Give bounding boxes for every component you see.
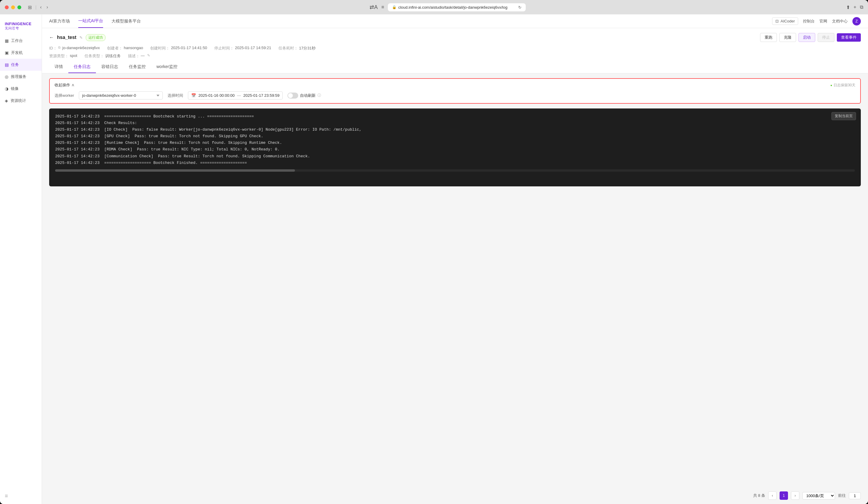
sidebar-item-resources[interactable]: ◈ 资源统计	[0, 95, 42, 107]
sidebar-item-workbench[interactable]: ▦ 工作台	[0, 35, 42, 47]
filter-toggle[interactable]: 收起操作 ∧	[54, 82, 75, 88]
edit-desc-icon[interactable]: ✎	[147, 53, 150, 59]
start-button[interactable]: 启动	[798, 33, 815, 42]
topnav-official[interactable]: 官网	[819, 19, 827, 24]
copy-button[interactable]: 复制当前页	[831, 112, 856, 120]
auto-refresh: 自动刷新 ⓘ	[287, 93, 321, 98]
filter-toggle-label: 收起操作 ∧	[54, 82, 75, 88]
edit-icon[interactable]: ✎	[80, 35, 83, 40]
maximize-button[interactable]	[17, 6, 21, 9]
logo: INFINIGENCE 无问芯穹	[0, 17, 42, 35]
address-bar[interactable]: 🔒 cloud.infini-ai.com/aistudio/task/deta…	[388, 3, 526, 11]
top-navigation: AI算力市场 一站式AI平台 大模型服务平台 ⊡ AICoder 控制台 官网 …	[42, 14, 868, 28]
scrollbar-track[interactable]	[55, 169, 855, 172]
time-range[interactable]: 📅 2025-01-16 00:00:00 — 2025-01-17 23:59…	[188, 91, 283, 99]
forward-button[interactable]: ›	[45, 3, 49, 11]
current-page-button[interactable]: 1	[779, 491, 788, 500]
close-button[interactable]	[5, 6, 9, 9]
auto-refresh-info-icon: ⓘ	[318, 93, 321, 98]
auto-refresh-toggle[interactable]	[287, 93, 298, 98]
url-text: cloud.infini-ai.com/aistudio/task/detail…	[398, 5, 507, 10]
logo-main: INFINIGENCE	[5, 22, 37, 26]
topnav-item-llm[interactable]: 大模型服务平台	[112, 15, 141, 28]
sidebar-item-label: 任务	[11, 62, 19, 67]
page-header: ← hsa_test ✎ 运行成功 重跑 克隆 启动 停止 查看事件 ID：	[42, 28, 868, 73]
sidebar-item-devmachine[interactable]: ▣ 开发机	[0, 47, 42, 59]
tab-faultlog[interactable]: 容错日志	[96, 61, 124, 73]
tasks-icon: ▤	[5, 62, 9, 67]
tab-tasklog[interactable]: 任务日志	[68, 61, 96, 73]
log-line: 2025-01-17 14:42:23 ====================…	[55, 113, 855, 120]
log-line: 2025-01-17 14:42:23 ====================…	[55, 160, 855, 166]
logo-sub: 无问芯穹	[5, 26, 37, 31]
sidebar-item-label: 开发机	[11, 50, 23, 55]
retention-label: 日志保留30天	[834, 83, 855, 88]
dot-icon: ●	[830, 84, 832, 87]
tabs-row: 详情 任务日志 容错日志 任务监控 worker监控	[49, 61, 861, 73]
topnav-item-aistudio[interactable]: 一站式AI平台	[78, 15, 103, 28]
resources-icon: ◈	[5, 98, 8, 103]
sidebar-toggle-button[interactable]: ⊞	[27, 3, 33, 11]
share-icon[interactable]: ⬆	[846, 4, 850, 10]
topnav-docs[interactable]: 文档中心	[832, 19, 848, 24]
log-line: 2025-01-17 14:42:23 [Runtime Check] Pass…	[55, 140, 855, 146]
calendar-icon: 📅	[191, 93, 196, 98]
aicoder-button[interactable]: ⊡ AICoder	[772, 17, 798, 25]
time-start: 2025-01-16 00:00:00	[198, 93, 235, 98]
menu-icon[interactable]: ≡	[0, 488, 42, 504]
aicoder-icon: ⊡	[775, 19, 779, 23]
goto-input[interactable]	[849, 492, 861, 499]
inference-icon: ◎	[5, 74, 8, 79]
tabs-icon[interactable]: ⧉	[860, 4, 863, 10]
sidebar-item-mirror[interactable]: ◑ 镜像	[0, 83, 42, 95]
aicoder-label: AICoder	[781, 19, 795, 23]
devmachine-icon: ▣	[5, 50, 9, 55]
per-page-select[interactable]: 1000条/页	[802, 492, 835, 500]
log-retention: ● 日志保留30天	[830, 83, 855, 88]
time-end: 2025-01-17 23:59:59	[244, 93, 280, 98]
minimize-button[interactable]	[11, 6, 15, 9]
sidebar-item-tasks[interactable]: ▤ 任务	[0, 59, 42, 71]
time-separator: —	[237, 93, 241, 98]
topnav-control[interactable]: 控制台	[803, 19, 815, 24]
meta-duration: 任务耗时： 17分31秒	[278, 45, 316, 51]
total-count: 共 8 条	[753, 493, 765, 498]
reader-icon: ≡	[381, 4, 384, 10]
log-area: 收起操作 ∧ ● 日志保留30天 选择worker jo-danwpnk6eze…	[42, 73, 868, 487]
clone-button[interactable]: 克隆	[779, 33, 796, 42]
tab-taskmonitor[interactable]: 任务监控	[124, 61, 151, 73]
tab-workermonitor[interactable]: worker监控	[151, 61, 183, 73]
sidebar-item-inference[interactable]: ◎ 推理服务	[0, 71, 42, 83]
sidebar-item-label: 镜像	[11, 86, 19, 91]
view-events-button[interactable]: 查看事件	[837, 33, 861, 42]
scrollbar-thumb	[55, 169, 295, 172]
back-arrow[interactable]: ←	[49, 35, 54, 40]
worker-label: 选择worker	[54, 93, 74, 98]
workbench-icon: ▦	[5, 38, 9, 43]
rerun-button[interactable]: 重跑	[760, 33, 777, 42]
user-avatar[interactable]: Z	[852, 17, 861, 25]
refresh-icon: ↻	[518, 5, 521, 10]
log-lines-container: 2025-01-17 14:42:23 ====================…	[55, 113, 855, 166]
goto-label: 前往	[838, 493, 846, 498]
next-page-button[interactable]: ›	[791, 491, 799, 500]
sidebar-item-label: 资源统计	[10, 98, 26, 103]
meta-tasktype: 任务类型： 训练任务	[84, 53, 121, 59]
meta-id: ID： ⧉ jo-danwpnk6ezeiq6vx	[49, 45, 100, 51]
tab-detail[interactable]: 详情	[49, 61, 68, 73]
log-line: 2025-01-17 14:42:23 [RDMA Check] Pass: t…	[55, 146, 855, 153]
filter-controls: 选择worker jo-danwpnk6ezeiq6vx-worker-0 选择…	[54, 91, 855, 99]
meta-resource: 资源类型： spot	[49, 53, 78, 59]
copy-id-icon[interactable]: ⧉	[58, 45, 61, 51]
meta-desc: 描述： — ✎	[128, 53, 150, 59]
worker-select[interactable]: jo-danwpnk6ezeiq6vx-worker-0	[79, 91, 163, 99]
topnav-item-market[interactable]: AI算力市场	[49, 15, 70, 28]
log-line: 2025-01-17 14:42:23 [GPU Check] Pass: tr…	[55, 133, 855, 140]
prev-page-button[interactable]: ‹	[768, 491, 777, 500]
back-button[interactable]: ‹	[39, 3, 43, 11]
log-line: 2025-01-17 14:42:23 [Communication Check…	[55, 153, 855, 160]
status-badge: 运行成功	[86, 34, 105, 41]
lock-icon: 🔒	[392, 5, 396, 9]
new-tab-icon[interactable]: +	[854, 4, 856, 10]
log-line: 2025-01-17 14:42:23 [IO Check] Pass: fal…	[55, 126, 855, 133]
